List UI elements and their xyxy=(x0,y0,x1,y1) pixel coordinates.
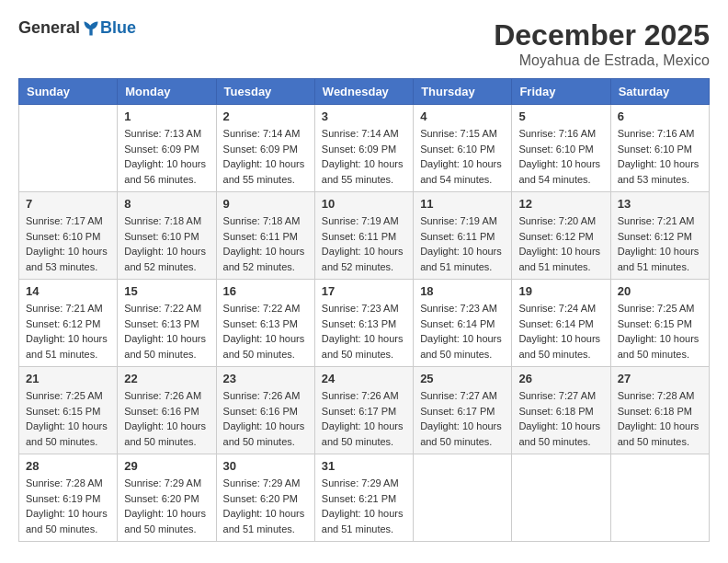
day-info: Sunrise: 7:29 AM Sunset: 6:21 PM Dayligh… xyxy=(322,476,406,536)
day-info: Sunrise: 7:13 AM Sunset: 6:09 PM Dayligh… xyxy=(124,126,209,187)
calendar-cell-3-2: 15Sunrise: 7:22 AM Sunset: 6:13 PM Dayli… xyxy=(118,280,216,367)
day-number: 1 xyxy=(124,109,209,123)
calendar-cell-1-2: 1Sunrise: 7:13 AM Sunset: 6:09 PM Daylig… xyxy=(118,105,216,192)
calendar-cell-1-6: 5Sunrise: 7:16 AM Sunset: 6:10 PM Daylig… xyxy=(512,105,610,192)
day-number: 3 xyxy=(322,109,406,123)
col-monday: Monday xyxy=(118,79,216,105)
calendar-cell-4-3: 23Sunrise: 7:26 AM Sunset: 6:16 PM Dayli… xyxy=(216,367,314,454)
calendar-cell-4-5: 25Sunrise: 7:27 AM Sunset: 6:17 PM Dayli… xyxy=(414,367,512,454)
col-friday: Friday xyxy=(512,79,610,105)
calendar-cell-5-4: 31Sunrise: 7:29 AM Sunset: 6:21 PM Dayli… xyxy=(314,454,413,542)
title-section: December 2025 Moyahua de Estrada, Mexico xyxy=(494,18,710,69)
day-number: 12 xyxy=(518,197,603,211)
day-number: 15 xyxy=(124,284,209,298)
day-number: 14 xyxy=(26,284,110,298)
day-number: 19 xyxy=(518,284,603,298)
calendar-cell-1-4: 3Sunrise: 7:14 AM Sunset: 6:09 PM Daylig… xyxy=(314,105,413,192)
calendar-cell-5-6 xyxy=(512,454,610,542)
calendar-cell-4-7: 27Sunrise: 7:28 AM Sunset: 6:18 PM Dayli… xyxy=(610,367,709,454)
calendar-cell-3-1: 14Sunrise: 7:21 AM Sunset: 6:12 PM Dayli… xyxy=(19,280,118,367)
day-info: Sunrise: 7:14 AM Sunset: 6:09 PM Dayligh… xyxy=(223,126,308,187)
calendar-cell-5-3: 30Sunrise: 7:29 AM Sunset: 6:20 PM Dayli… xyxy=(216,454,314,542)
calendar-table: Sunday Monday Tuesday Wednesday Thursday… xyxy=(18,78,710,542)
day-number: 29 xyxy=(124,459,209,473)
day-info: Sunrise: 7:28 AM Sunset: 6:19 PM Dayligh… xyxy=(26,476,110,536)
day-number: 11 xyxy=(420,197,505,211)
col-thursday: Thursday xyxy=(414,79,512,105)
logo-general-text: General xyxy=(18,18,80,38)
day-number: 25 xyxy=(420,372,505,385)
calendar-cell-3-6: 19Sunrise: 7:24 AM Sunset: 6:14 PM Dayli… xyxy=(512,280,610,367)
calendar-cell-2-1: 7Sunrise: 7:17 AM Sunset: 6:10 PM Daylig… xyxy=(19,192,118,280)
day-info: Sunrise: 7:17 AM Sunset: 6:10 PM Dayligh… xyxy=(26,213,110,274)
day-number: 10 xyxy=(322,197,406,211)
day-info: Sunrise: 7:23 AM Sunset: 6:13 PM Dayligh… xyxy=(322,301,406,362)
page-header: General Blue December 2025 Moyahua de Es… xyxy=(18,18,710,69)
calendar-cell-5-5 xyxy=(414,454,512,542)
calendar-cell-5-7 xyxy=(610,454,709,542)
day-info: Sunrise: 7:27 AM Sunset: 6:18 PM Dayligh… xyxy=(518,388,603,449)
calendar-header-row: Sunday Monday Tuesday Wednesday Thursday… xyxy=(19,79,710,105)
day-number: 26 xyxy=(518,372,603,385)
day-info: Sunrise: 7:16 AM Sunset: 6:10 PM Dayligh… xyxy=(518,126,603,187)
calendar-cell-5-1: 28Sunrise: 7:28 AM Sunset: 6:19 PM Dayli… xyxy=(19,454,118,542)
calendar-week-5: 28Sunrise: 7:28 AM Sunset: 6:19 PM Dayli… xyxy=(19,454,710,542)
day-number: 30 xyxy=(223,459,308,473)
day-info: Sunrise: 7:21 AM Sunset: 6:12 PM Dayligh… xyxy=(26,301,110,362)
calendar-cell-4-6: 26Sunrise: 7:27 AM Sunset: 6:18 PM Dayli… xyxy=(512,367,610,454)
day-number: 23 xyxy=(223,372,308,385)
logo: General Blue xyxy=(18,18,136,38)
day-info: Sunrise: 7:18 AM Sunset: 6:10 PM Dayligh… xyxy=(124,213,209,274)
day-number: 31 xyxy=(322,459,406,473)
day-info: Sunrise: 7:22 AM Sunset: 6:13 PM Dayligh… xyxy=(223,301,308,362)
day-info: Sunrise: 7:28 AM Sunset: 6:18 PM Dayligh… xyxy=(618,388,702,449)
calendar-cell-3-5: 18Sunrise: 7:23 AM Sunset: 6:14 PM Dayli… xyxy=(414,280,512,367)
calendar-cell-4-2: 22Sunrise: 7:26 AM Sunset: 6:16 PM Dayli… xyxy=(118,367,216,454)
day-info: Sunrise: 7:29 AM Sunset: 6:20 PM Dayligh… xyxy=(223,476,308,536)
day-number: 9 xyxy=(223,197,308,211)
calendar-week-4: 21Sunrise: 7:25 AM Sunset: 6:15 PM Dayli… xyxy=(19,367,710,454)
day-number: 28 xyxy=(26,459,110,473)
calendar-cell-3-4: 17Sunrise: 7:23 AM Sunset: 6:13 PM Dayli… xyxy=(314,280,413,367)
day-number: 17 xyxy=(322,284,406,298)
calendar-cell-2-5: 11Sunrise: 7:19 AM Sunset: 6:11 PM Dayli… xyxy=(414,192,512,280)
calendar-cell-2-4: 10Sunrise: 7:19 AM Sunset: 6:11 PM Dayli… xyxy=(314,192,413,280)
calendar-cell-5-2: 29Sunrise: 7:29 AM Sunset: 6:20 PM Dayli… xyxy=(118,454,216,542)
day-info: Sunrise: 7:25 AM Sunset: 6:15 PM Dayligh… xyxy=(618,301,702,362)
day-info: Sunrise: 7:25 AM Sunset: 6:15 PM Dayligh… xyxy=(26,388,110,449)
day-info: Sunrise: 7:16 AM Sunset: 6:10 PM Dayligh… xyxy=(618,126,702,187)
subtitle: Moyahua de Estrada, Mexico xyxy=(494,52,710,69)
calendar-cell-2-6: 12Sunrise: 7:20 AM Sunset: 6:12 PM Dayli… xyxy=(512,192,610,280)
calendar-cell-1-5: 4Sunrise: 7:15 AM Sunset: 6:10 PM Daylig… xyxy=(414,105,512,192)
col-sunday: Sunday xyxy=(19,79,118,105)
day-info: Sunrise: 7:21 AM Sunset: 6:12 PM Dayligh… xyxy=(618,213,702,274)
day-info: Sunrise: 7:26 AM Sunset: 6:17 PM Dayligh… xyxy=(322,388,406,449)
calendar-week-3: 14Sunrise: 7:21 AM Sunset: 6:12 PM Dayli… xyxy=(19,280,710,367)
logo-bird-icon xyxy=(82,19,100,38)
calendar-cell-1-3: 2Sunrise: 7:14 AM Sunset: 6:09 PM Daylig… xyxy=(216,105,314,192)
day-info: Sunrise: 7:18 AM Sunset: 6:11 PM Dayligh… xyxy=(223,213,308,274)
day-number: 4 xyxy=(420,109,505,123)
calendar-cell-1-7: 6Sunrise: 7:16 AM Sunset: 6:10 PM Daylig… xyxy=(610,105,709,192)
day-number: 24 xyxy=(322,372,406,385)
day-number: 16 xyxy=(223,284,308,298)
main-title: December 2025 xyxy=(494,18,710,52)
col-tuesday: Tuesday xyxy=(216,79,314,105)
col-saturday: Saturday xyxy=(610,79,709,105)
calendar-cell-1-1 xyxy=(19,105,118,192)
day-info: Sunrise: 7:20 AM Sunset: 6:12 PM Dayligh… xyxy=(518,213,603,274)
day-info: Sunrise: 7:15 AM Sunset: 6:10 PM Dayligh… xyxy=(420,126,505,187)
day-number: 7 xyxy=(26,197,110,211)
day-number: 22 xyxy=(124,372,209,385)
day-number: 21 xyxy=(26,372,110,385)
calendar-cell-2-7: 13Sunrise: 7:21 AM Sunset: 6:12 PM Dayli… xyxy=(610,192,709,280)
calendar-cell-2-2: 8Sunrise: 7:18 AM Sunset: 6:10 PM Daylig… xyxy=(118,192,216,280)
logo-blue-text: Blue xyxy=(100,18,136,38)
calendar-cell-3-3: 16Sunrise: 7:22 AM Sunset: 6:13 PM Dayli… xyxy=(216,280,314,367)
day-info: Sunrise: 7:22 AM Sunset: 6:13 PM Dayligh… xyxy=(124,301,209,362)
day-number: 8 xyxy=(124,197,209,211)
day-info: Sunrise: 7:29 AM Sunset: 6:20 PM Dayligh… xyxy=(124,476,209,536)
calendar-cell-3-7: 20Sunrise: 7:25 AM Sunset: 6:15 PM Dayli… xyxy=(610,280,709,367)
day-info: Sunrise: 7:19 AM Sunset: 6:11 PM Dayligh… xyxy=(322,213,406,274)
day-number: 13 xyxy=(618,197,702,211)
